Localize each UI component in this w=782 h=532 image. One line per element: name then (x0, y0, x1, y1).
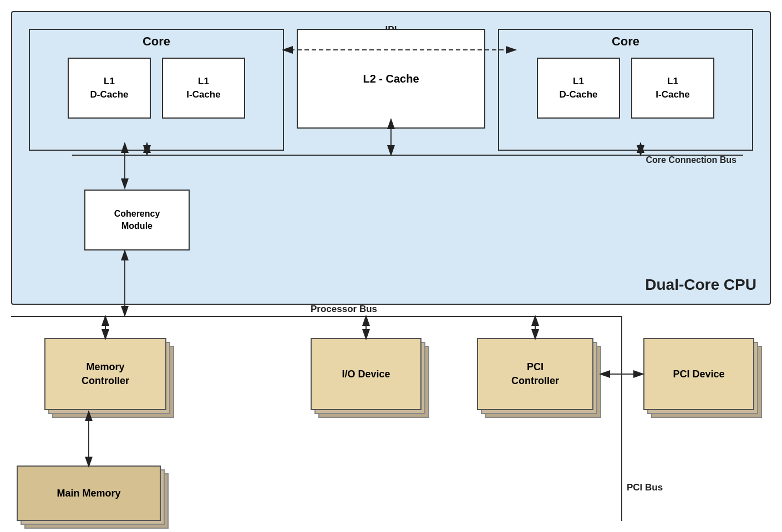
coherency-module-box: CoherencyModule (84, 190, 190, 250)
pci-bus-line (621, 316, 622, 521)
memory-controller-wrapper: MemoryController (44, 338, 174, 418)
pci-controller-front: PCIController (477, 338, 593, 410)
core-left-box: Core L1D-Cache L1I-Cache (29, 29, 284, 151)
core-right-title: Core (499, 30, 752, 52)
l1-dcache-right: L1D-Cache (537, 58, 620, 119)
diagram-container: Core L1D-Cache L1I-Cache Core L1D-Cache … (0, 0, 782, 532)
cpu-box: Core L1D-Cache L1I-Cache Core L1D-Cache … (11, 11, 771, 305)
l1-icache-right: L1I-Cache (631, 58, 714, 119)
main-memory-front: Main Memory (17, 466, 161, 521)
io-device-front: I/O Device (311, 338, 422, 410)
core-left-title: Core (30, 30, 283, 52)
processor-bus-line (11, 316, 621, 317)
io-device-wrapper: I/O Device (311, 338, 429, 418)
main-memory-wrapper: Main Memory (17, 466, 169, 529)
core-connection-bus-label: Core Connection Bus (646, 155, 737, 165)
core-right-box: Core L1D-Cache L1I-Cache (498, 29, 753, 151)
pci-device-front: PCI Device (643, 338, 754, 410)
pci-controller-wrapper: PCIController (477, 338, 601, 418)
l1-icache-left: L1I-Cache (162, 58, 245, 119)
cpu-label: Dual-Core CPU (645, 276, 756, 294)
pci-bus-label: PCI Bus (627, 482, 663, 493)
pci-device-wrapper: PCI Device (643, 338, 762, 418)
l2-cache-box: L2 - Cache (297, 29, 485, 129)
l1-dcache-left: L1D-Cache (68, 58, 151, 119)
memory-controller-front: MemoryController (44, 338, 166, 410)
processor-bus-label: Processor Bus (311, 304, 377, 315)
